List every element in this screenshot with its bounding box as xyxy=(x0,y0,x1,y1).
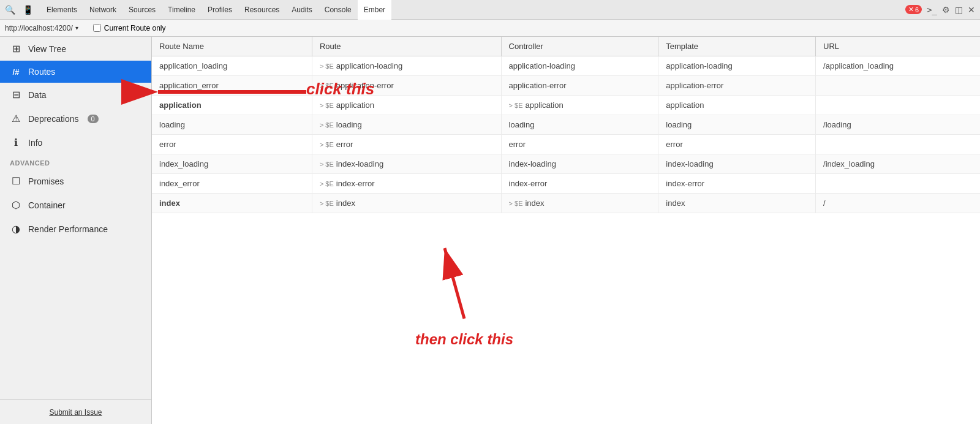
se-badge-route[interactable]: > $E xyxy=(320,82,334,89)
cell-controller: application-error xyxy=(501,76,658,96)
se-badge-route[interactable]: > $E xyxy=(320,200,334,207)
cell-url: /index_loading xyxy=(816,154,980,174)
routes-icon: /# xyxy=(10,67,22,77)
sidebar-item-container[interactable]: ⬡ Container xyxy=(0,193,151,217)
url-dropdown-icon[interactable]: ▾ xyxy=(75,25,78,31)
tab-resources[interactable]: Resources xyxy=(238,0,285,20)
table-row: error> $Eerrorerrorerror xyxy=(152,135,980,154)
cell-route: > $Eapplication-error xyxy=(312,76,501,96)
cell-url: /loading xyxy=(816,115,980,135)
advanced-section-label: ADVANCED xyxy=(0,154,151,169)
cell-url xyxy=(816,174,980,194)
cell-route: > $Eindex xyxy=(312,194,501,213)
data-icon: ⊟ xyxy=(10,89,22,100)
then-click-text: then click this xyxy=(415,331,513,347)
col-template: Template xyxy=(658,37,816,56)
tab-network[interactable]: Network xyxy=(83,0,123,20)
sidebar-item-data[interactable]: ⊟ Data xyxy=(0,83,151,107)
close-icon[interactable]: ✕ xyxy=(968,5,975,15)
tab-elements[interactable]: Elements xyxy=(40,0,83,20)
dock-icon[interactable]: ◫ xyxy=(955,5,963,15)
settings-icon[interactable]: ⚙ xyxy=(942,5,950,15)
tab-sources[interactable]: Sources xyxy=(123,0,162,20)
cell-route: > $Eindex-error xyxy=(312,174,501,194)
se-badge-route[interactable]: > $E xyxy=(320,180,334,187)
cell-controller: index-error xyxy=(501,174,658,194)
col-controller: Controller xyxy=(501,37,658,56)
table-row: application_error> $Eapplication-errorap… xyxy=(152,76,980,96)
sidebar-item-label-render-perf: Render Performance xyxy=(28,224,108,234)
cell-route-name: application xyxy=(152,96,312,115)
error-x-icon: ✕ xyxy=(908,6,914,13)
url-text: http://localhost:4200/ xyxy=(5,24,73,32)
sidebar-item-routes[interactable]: /# Routes xyxy=(0,61,151,83)
cell-template: error xyxy=(658,135,816,154)
cell-template: application xyxy=(658,96,816,115)
terminal-icon[interactable]: >_ xyxy=(927,5,937,15)
table-row: application> $Eapplication> $Eapplicatio… xyxy=(152,96,980,115)
submit-issue-link[interactable]: Submit an Issue xyxy=(49,408,102,417)
tab-ember[interactable]: Ember xyxy=(358,0,391,20)
cell-template: index-error xyxy=(658,174,816,194)
sidebar-item-render-performance[interactable]: ◑ Render Performance xyxy=(0,217,151,241)
tab-audits[interactable]: Audits xyxy=(285,0,318,20)
main-area: ⊞ View Tree /# Routes ⊟ Data ⚠ Deprecati… xyxy=(0,37,980,424)
tab-timeline[interactable]: Timeline xyxy=(162,0,202,20)
table-row: loading> $Eloadingloadingloading/loading xyxy=(152,115,980,135)
se-badge-route[interactable]: > $E xyxy=(320,102,334,109)
cell-route: > $Eloading xyxy=(312,115,501,135)
cell-controller: > $Eindex xyxy=(501,194,658,213)
cell-controller: application-loading xyxy=(501,56,658,76)
se-badge-controller[interactable]: > $E xyxy=(509,200,523,207)
cell-route-name: loading xyxy=(152,115,312,135)
error-count: 6 xyxy=(915,6,919,13)
cell-route-name: index_loading xyxy=(152,154,312,174)
cell-route-name: index xyxy=(152,194,312,213)
cell-url xyxy=(816,76,980,96)
se-badge-route[interactable]: > $E xyxy=(320,121,334,129)
sidebar-item-label-routes: Routes xyxy=(28,67,55,77)
table-row: application_loading> $Eapplication-loadi… xyxy=(152,56,980,76)
sidebar: ⊞ View Tree /# Routes ⊟ Data ⚠ Deprecati… xyxy=(0,37,152,424)
cell-route-name: index_error xyxy=(152,174,312,194)
col-url: URL xyxy=(816,37,980,56)
cell-controller: > $Eapplication xyxy=(501,96,658,115)
se-badge-controller[interactable]: > $E xyxy=(509,102,523,109)
sidebar-item-label-deprecations: Deprecations xyxy=(28,114,79,124)
url-bar: http://localhost:4200/ ▾ Current Route o… xyxy=(0,20,980,37)
sidebar-footer: Submit an Issue xyxy=(0,399,151,424)
cell-controller: index-loading xyxy=(501,154,658,174)
table-header-row: Route Name Route Controller Template URL xyxy=(152,37,980,56)
tab-bar: Elements Network Sources Timeline Profil… xyxy=(40,0,898,20)
cell-template: index xyxy=(658,194,816,213)
cell-route: > $Eindex-loading xyxy=(312,154,501,174)
current-route-checkbox[interactable] xyxy=(93,24,101,32)
se-badge-route[interactable]: > $E xyxy=(320,161,334,168)
sidebar-item-label-info: Info xyxy=(28,138,42,148)
tab-console[interactable]: Console xyxy=(318,0,358,20)
cell-template: index-loading xyxy=(658,154,816,174)
se-badge-route[interactable]: > $E xyxy=(320,141,334,148)
sidebar-item-view-tree[interactable]: ⊞ View Tree xyxy=(0,37,151,61)
top-bar: 🔍 📱 Elements Network Sources Timeline Pr… xyxy=(0,0,980,20)
se-badge-route[interactable]: > $E xyxy=(320,62,334,70)
info-icon: ℹ xyxy=(10,137,22,148)
then-click-annotation: then click this xyxy=(415,331,513,348)
device-icon[interactable]: 📱 xyxy=(23,5,33,15)
cell-template: loading xyxy=(658,115,816,135)
cell-url: / xyxy=(816,194,980,213)
tab-profiles[interactable]: Profiles xyxy=(202,0,238,20)
cell-controller: loading xyxy=(501,115,658,135)
cell-route: > $Eapplication-loading xyxy=(312,56,501,76)
current-route-checkbox-label[interactable]: Current Route only xyxy=(93,24,166,32)
sidebar-item-info[interactable]: ℹ Info xyxy=(0,131,151,154)
sidebar-item-deprecations[interactable]: ⚠ Deprecations 0 xyxy=(0,107,151,131)
table-row: index_error> $Eindex-errorindex-errorind… xyxy=(152,174,980,194)
cell-template: application-loading xyxy=(658,56,816,76)
top-bar-right: ✕ 6 >_ ⚙ ◫ ✕ xyxy=(905,5,975,15)
search-icon[interactable]: 🔍 xyxy=(5,5,15,15)
sidebar-item-promises[interactable]: ☐ Promises xyxy=(0,169,151,193)
url-display: http://localhost:4200/ ▾ xyxy=(5,24,78,32)
cell-route-name: application_error xyxy=(152,76,312,96)
cell-url xyxy=(816,96,980,115)
